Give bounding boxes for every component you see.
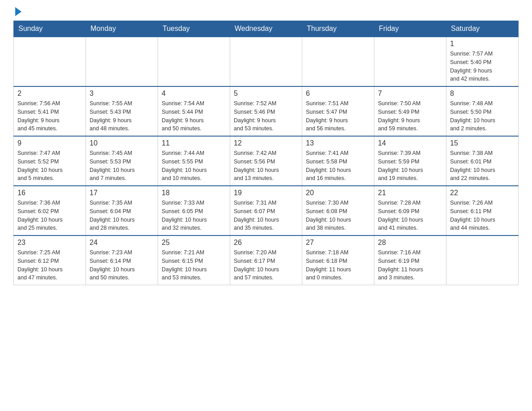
calendar-day-cell: 28Sunrise: 7:16 AM Sunset: 6:19 PM Dayli… [374,235,446,285]
day-number: 10 [90,139,154,147]
day-number: 1 [450,40,515,48]
calendar-day-cell: 20Sunrise: 7:30 AM Sunset: 6:08 PM Dayli… [302,186,374,235]
calendar-day-cell: 1Sunrise: 7:57 AM Sunset: 5:40 PM Daylig… [446,37,519,86]
calendar-week-row: 23Sunrise: 7:25 AM Sunset: 6:12 PM Dayli… [14,235,519,285]
day-info: Sunrise: 7:26 AM Sunset: 6:11 PM Dayligh… [450,199,515,232]
day-number: 2 [17,90,82,98]
calendar-day-cell: 15Sunrise: 7:38 AM Sunset: 6:01 PM Dayli… [446,136,519,186]
day-number: 16 [17,189,82,197]
day-info: Sunrise: 7:52 AM Sunset: 5:46 PM Dayligh… [234,99,298,133]
day-info: Sunrise: 7:36 AM Sunset: 6:02 PM Dayligh… [17,199,82,232]
calendar-day-cell: 7Sunrise: 7:50 AM Sunset: 5:49 PM Daylig… [374,86,446,136]
calendar-day-cell: 23Sunrise: 7:25 AM Sunset: 6:12 PM Dayli… [14,235,86,285]
page-header [13,9,519,16]
calendar-day-cell: 10Sunrise: 7:45 AM Sunset: 5:53 PM Dayli… [86,136,158,186]
calendar-day-cell [446,235,519,285]
day-number: 25 [162,239,226,247]
calendar-day-cell: 11Sunrise: 7:44 AM Sunset: 5:55 PM Dayli… [158,136,230,186]
day-info: Sunrise: 7:30 AM Sunset: 6:08 PM Dayligh… [306,199,370,232]
calendar-week-row: 2Sunrise: 7:56 AM Sunset: 5:41 PM Daylig… [14,86,519,136]
day-info: Sunrise: 7:47 AM Sunset: 5:52 PM Dayligh… [17,149,82,183]
calendar-day-cell [230,37,302,86]
day-number: 26 [234,239,298,247]
day-info: Sunrise: 7:56 AM Sunset: 5:41 PM Dayligh… [17,99,82,133]
day-number: 27 [306,239,370,247]
day-number: 18 [162,189,226,197]
day-info: Sunrise: 7:16 AM Sunset: 6:19 PM Dayligh… [378,248,442,282]
day-number: 22 [450,189,515,197]
calendar-day-cell: 5Sunrise: 7:52 AM Sunset: 5:46 PM Daylig… [230,86,302,136]
calendar-day-cell: 3Sunrise: 7:55 AM Sunset: 5:43 PM Daylig… [86,86,158,136]
calendar-day-cell [86,37,158,86]
day-info: Sunrise: 7:54 AM Sunset: 5:44 PM Dayligh… [162,99,226,133]
calendar-day-cell [302,37,374,86]
calendar-day-cell: 4Sunrise: 7:54 AM Sunset: 5:44 PM Daylig… [158,86,230,136]
calendar-header-row: SundayMondayTuesdayWednesdayThursdayFrid… [14,21,519,37]
day-number: 24 [90,239,154,247]
calendar-day-cell: 9Sunrise: 7:47 AM Sunset: 5:52 PM Daylig… [14,136,86,186]
day-info: Sunrise: 7:42 AM Sunset: 5:56 PM Dayligh… [234,149,298,183]
day-number: 15 [450,139,515,147]
day-number: 21 [378,189,442,197]
day-number: 17 [90,189,154,197]
day-info: Sunrise: 7:38 AM Sunset: 6:01 PM Dayligh… [450,149,515,183]
calendar-day-header: Sunday [14,21,86,37]
day-number: 13 [306,139,370,147]
logo-arrow-icon [15,7,21,16]
day-number: 28 [378,239,442,247]
calendar-table: SundayMondayTuesdayWednesdayThursdayFrid… [13,21,519,285]
day-info: Sunrise: 7:33 AM Sunset: 6:05 PM Dayligh… [162,199,226,232]
day-number: 6 [306,90,370,98]
day-info: Sunrise: 7:45 AM Sunset: 5:53 PM Dayligh… [90,149,154,183]
calendar-day-header: Wednesday [230,21,302,37]
day-info: Sunrise: 7:31 AM Sunset: 6:07 PM Dayligh… [234,199,298,232]
day-number: 7 [378,90,442,98]
day-number: 12 [234,139,298,147]
calendar-day-cell: 26Sunrise: 7:20 AM Sunset: 6:17 PM Dayli… [230,235,302,285]
day-info: Sunrise: 7:35 AM Sunset: 6:04 PM Dayligh… [90,199,154,232]
calendar-day-cell: 24Sunrise: 7:23 AM Sunset: 6:14 PM Dayli… [86,235,158,285]
calendar-day-cell: 22Sunrise: 7:26 AM Sunset: 6:11 PM Dayli… [446,186,519,235]
calendar-day-cell: 2Sunrise: 7:56 AM Sunset: 5:41 PM Daylig… [14,86,86,136]
day-info: Sunrise: 7:21 AM Sunset: 6:15 PM Dayligh… [162,248,226,282]
calendar-day-cell: 14Sunrise: 7:39 AM Sunset: 5:59 PM Dayli… [374,136,446,186]
day-info: Sunrise: 7:20 AM Sunset: 6:17 PM Dayligh… [234,248,298,282]
calendar-day-cell: 12Sunrise: 7:42 AM Sunset: 5:56 PM Dayli… [230,136,302,186]
day-number: 4 [162,90,226,98]
calendar-week-row: 1Sunrise: 7:57 AM Sunset: 5:40 PM Daylig… [14,37,519,86]
day-number: 19 [234,189,298,197]
calendar-day-header: Tuesday [158,21,230,37]
calendar-day-cell: 13Sunrise: 7:41 AM Sunset: 5:58 PM Dayli… [302,136,374,186]
calendar-week-row: 16Sunrise: 7:36 AM Sunset: 6:02 PM Dayli… [14,186,519,235]
calendar-day-cell [374,37,446,86]
calendar-day-cell [14,37,86,86]
calendar-day-header: Thursday [302,21,374,37]
calendar-day-cell: 27Sunrise: 7:18 AM Sunset: 6:18 PM Dayli… [302,235,374,285]
day-info: Sunrise: 7:18 AM Sunset: 6:18 PM Dayligh… [306,248,370,282]
day-info: Sunrise: 7:25 AM Sunset: 6:12 PM Dayligh… [17,248,82,282]
calendar-day-cell: 19Sunrise: 7:31 AM Sunset: 6:07 PM Dayli… [230,186,302,235]
day-info: Sunrise: 7:44 AM Sunset: 5:55 PM Dayligh… [162,149,226,183]
day-number: 14 [378,139,442,147]
day-number: 20 [306,189,370,197]
day-info: Sunrise: 7:48 AM Sunset: 5:50 PM Dayligh… [450,99,515,133]
calendar-day-cell: 8Sunrise: 7:48 AM Sunset: 5:50 PM Daylig… [446,86,519,136]
calendar-day-header: Friday [374,21,446,37]
day-number: 9 [17,139,82,147]
calendar-day-cell: 6Sunrise: 7:51 AM Sunset: 5:47 PM Daylig… [302,86,374,136]
calendar-day-cell: 21Sunrise: 7:28 AM Sunset: 6:09 PM Dayli… [374,186,446,235]
calendar-day-cell: 18Sunrise: 7:33 AM Sunset: 6:05 PM Dayli… [158,186,230,235]
day-info: Sunrise: 7:28 AM Sunset: 6:09 PM Dayligh… [378,199,442,232]
calendar-day-cell: 16Sunrise: 7:36 AM Sunset: 6:02 PM Dayli… [14,186,86,235]
day-number: 11 [162,139,226,147]
calendar-week-row: 9Sunrise: 7:47 AM Sunset: 5:52 PM Daylig… [14,136,519,186]
calendar-day-cell: 25Sunrise: 7:21 AM Sunset: 6:15 PM Dayli… [158,235,230,285]
calendar-day-cell [158,37,230,86]
day-info: Sunrise: 7:51 AM Sunset: 5:47 PM Dayligh… [306,99,370,133]
day-info: Sunrise: 7:39 AM Sunset: 5:59 PM Dayligh… [378,149,442,183]
day-number: 3 [90,90,154,98]
day-info: Sunrise: 7:23 AM Sunset: 6:14 PM Dayligh… [90,248,154,282]
day-info: Sunrise: 7:55 AM Sunset: 5:43 PM Dayligh… [90,99,154,133]
day-info: Sunrise: 7:41 AM Sunset: 5:58 PM Dayligh… [306,149,370,183]
day-number: 5 [234,90,298,98]
